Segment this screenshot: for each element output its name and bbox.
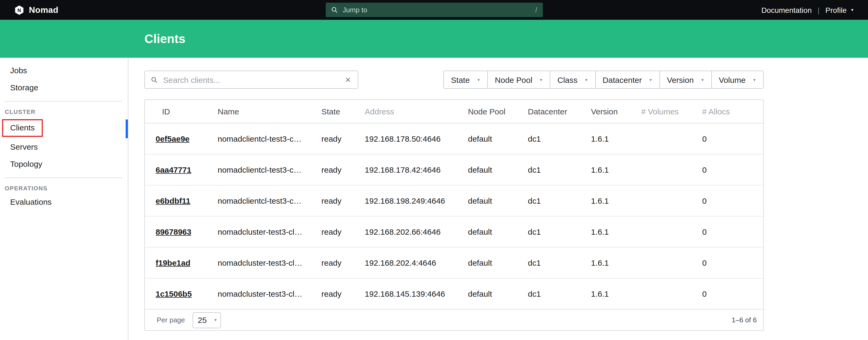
- svg-text:N: N: [18, 7, 21, 13]
- page-title: Clients: [145, 32, 185, 46]
- per-page-value: 25: [198, 315, 207, 324]
- table-row[interactable]: 1c1506b5 nomadcluster-test3-cl… ready 19…: [145, 278, 763, 309]
- chevron-down-icon: ▼: [649, 78, 652, 82]
- search-icon: [151, 76, 158, 83]
- client-version: 1.6.1: [591, 123, 641, 154]
- chevron-down-icon: ▼: [214, 318, 217, 322]
- sidebar-item-topology[interactable]: Topology: [0, 156, 128, 173]
- client-name: nomadcluster-test3-cl…: [218, 216, 321, 247]
- client-volumes: [641, 123, 702, 154]
- clients-table-body: 0ef5ae9e nomadclientcl-test3-c… ready 19…: [145, 123, 763, 309]
- column-header-datacenter[interactable]: Datacenter: [528, 100, 591, 123]
- table-row[interactable]: 6aa47771 nomadclientcl-test3-c… ready 19…: [145, 154, 763, 185]
- sidebar-heading-cluster: Cluster: [0, 103, 128, 117]
- per-page-select[interactable]: 25 ▼: [192, 312, 221, 328]
- filter-version[interactable]: Version ▼: [659, 70, 712, 89]
- table-row[interactable]: 0ef5ae9e nomadclientcl-test3-c… ready 19…: [145, 123, 763, 154]
- table-footer: Per page 25 ▼ 1–6 of 6: [145, 310, 763, 330]
- per-page-label: Per page: [157, 316, 185, 324]
- filter-label: Class: [558, 75, 578, 84]
- client-volumes: [641, 154, 702, 185]
- profile-menu[interactable]: Profile ▼: [826, 6, 854, 14]
- nav-links: Documentation | Profile ▼: [761, 6, 854, 14]
- client-id-link[interactable]: e6bdbf11: [156, 196, 190, 205]
- table-row[interactable]: e6bdbf11 nomadclientcl-test3-c… ready 19…: [145, 185, 763, 216]
- client-node-pool: default: [468, 123, 528, 154]
- documentation-link[interactable]: Documentation: [761, 6, 812, 14]
- filter-datacenter[interactable]: Datacenter ▼: [595, 70, 660, 89]
- column-header-node-pool[interactable]: Node Pool: [468, 100, 528, 123]
- search-shortcut-hint: /: [535, 6, 537, 14]
- filter-state[interactable]: State ▼: [444, 70, 488, 89]
- sidebar-item-evaluations[interactable]: Evaluations: [0, 193, 128, 211]
- chevron-down-icon: ▼: [701, 78, 704, 82]
- client-allocs: 0: [702, 154, 763, 185]
- client-name: nomadclientcl-test3-c…: [218, 185, 321, 216]
- sidebar-item-storage[interactable]: Storage: [0, 79, 128, 96]
- column-header-version[interactable]: Version: [591, 100, 641, 123]
- column-header-name[interactable]: Name: [218, 100, 321, 123]
- client-node-pool: default: [468, 185, 528, 216]
- clear-search-icon[interactable]: ✕: [344, 75, 352, 84]
- sidebar-item-clients[interactable]: Clients: [10, 123, 35, 132]
- global-search-input[interactable]: [341, 5, 535, 14]
- client-address: 192.168.202.66:4646: [365, 216, 468, 247]
- client-volumes: [641, 247, 702, 278]
- client-datacenter: dc1: [528, 123, 591, 154]
- chevron-down-icon: ▼: [477, 78, 480, 82]
- client-datacenter: dc1: [528, 278, 591, 309]
- client-address: 192.168.178.50:4646: [365, 123, 468, 154]
- nav-separator: |: [817, 6, 819, 14]
- chevron-down-icon: ▼: [585, 78, 588, 82]
- client-datacenter: dc1: [528, 216, 591, 247]
- client-id-link[interactable]: f19be1ad: [156, 258, 190, 267]
- client-state: ready: [321, 278, 365, 309]
- client-allocs: 0: [702, 123, 763, 154]
- filter-label: State: [451, 75, 470, 84]
- column-header-state[interactable]: State: [321, 100, 365, 123]
- nomad-home-link[interactable]: N Nomad: [14, 4, 58, 15]
- filter-volume[interactable]: Volume ▼: [711, 70, 764, 89]
- table-row[interactable]: f19be1ad nomadcluster-test3-cl… ready 19…: [145, 247, 763, 278]
- filter-group: State ▼ Node Pool ▼ Class ▼ Datacenter ▼…: [444, 70, 764, 89]
- nomad-logo-icon: N: [14, 4, 25, 15]
- filter-class[interactable]: Class ▼: [550, 70, 596, 89]
- client-address: 192.168.178.42:4646: [365, 154, 468, 185]
- search-icon: [331, 6, 338, 13]
- client-state: ready: [321, 247, 365, 278]
- client-node-pool: default: [468, 278, 528, 309]
- client-node-pool: default: [468, 216, 528, 247]
- client-id-link[interactable]: 89678963: [156, 227, 191, 236]
- sidebar-divider: [4, 178, 122, 178]
- active-item-indicator: [126, 120, 128, 138]
- client-name: nomadcluster-test3-cl…: [218, 278, 321, 309]
- pagination-range: 1–6 of 6: [732, 316, 757, 324]
- filter-label: Volume: [719, 75, 746, 84]
- sidebar-heading-operations: Operations: [0, 179, 128, 193]
- clients-search-input[interactable]: [162, 74, 344, 85]
- column-header-address: Address: [365, 100, 468, 123]
- global-search[interactable]: /: [326, 3, 542, 17]
- client-id-link[interactable]: 0ef5ae9e: [156, 134, 190, 143]
- filter-node-pool[interactable]: Node Pool ▼: [488, 70, 551, 89]
- client-allocs: 0: [702, 216, 763, 247]
- client-allocs: 0: [702, 247, 763, 278]
- client-state: ready: [321, 185, 365, 216]
- sidebar-item-servers[interactable]: Servers: [0, 138, 128, 156]
- sidebar-item-jobs[interactable]: Jobs: [0, 62, 128, 79]
- client-id-link[interactable]: 6aa47771: [156, 165, 191, 174]
- client-node-pool: default: [468, 247, 528, 278]
- client-datacenter: dc1: [528, 154, 591, 185]
- client-id-link[interactable]: 1c1506b5: [156, 289, 192, 298]
- client-volumes: [641, 216, 702, 247]
- client-volumes: [641, 278, 702, 309]
- column-header-id[interactable]: ID: [145, 100, 218, 123]
- client-datacenter: dc1: [528, 185, 591, 216]
- chevron-down-icon: ▼: [752, 78, 756, 82]
- filter-label: Node Pool: [495, 75, 532, 84]
- toolbar: ✕ State ▼ Node Pool ▼ Class ▼ Datacenter…: [145, 70, 764, 89]
- table-row[interactable]: 89678963 nomadcluster-test3-cl… ready 19…: [145, 216, 763, 247]
- client-version: 1.6.1: [591, 278, 641, 309]
- sidebar: Jobs Storage Cluster Clients Servers Top…: [0, 58, 128, 340]
- clients-table: ID Name State Address Node Pool Datacent…: [145, 100, 763, 310]
